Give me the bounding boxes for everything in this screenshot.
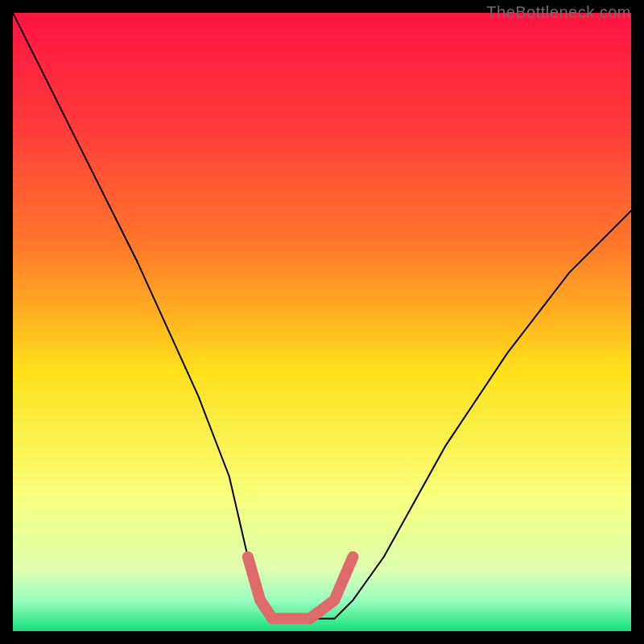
chart-background bbox=[13, 13, 631, 631]
watermark-text: TheBottleneck.com bbox=[486, 3, 631, 22]
chart-frame: TheBottleneck.com bbox=[0, 0, 644, 644]
bottleneck-chart bbox=[13, 13, 631, 631]
